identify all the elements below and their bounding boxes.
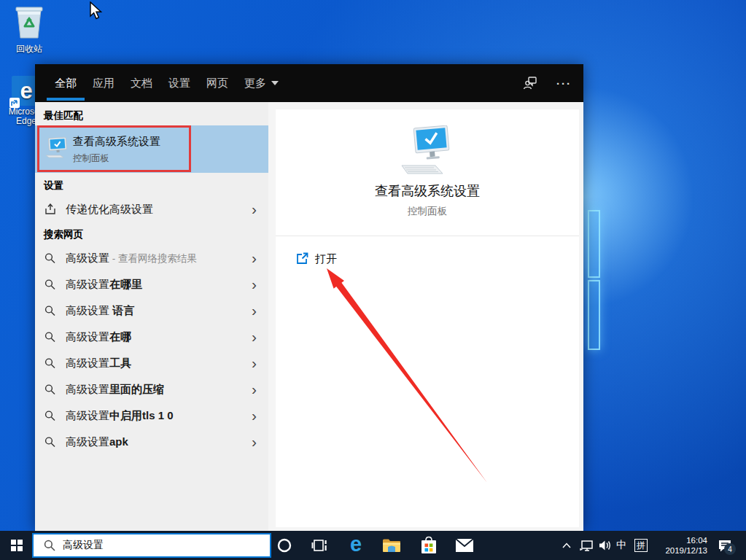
tab-web[interactable]: 网页 bbox=[206, 77, 228, 90]
computer-check-icon bbox=[396, 125, 459, 178]
search-icon bbox=[44, 411, 55, 421]
section-settings: 设置 bbox=[44, 179, 63, 192]
chevron-up-icon bbox=[562, 542, 571, 548]
open-external-icon bbox=[296, 252, 308, 265]
tab-apps[interactable]: 应用 bbox=[93, 77, 114, 90]
web-search-item[interactable]: 高级设置 - 查看网络搜索结果 › bbox=[35, 245, 268, 271]
wallpaper-light-pane bbox=[588, 280, 600, 350]
tab-more[interactable]: 更多 bbox=[244, 77, 279, 90]
settings-result[interactable]: 传递优化高级设置 › bbox=[35, 197, 268, 222]
speaker-icon bbox=[599, 540, 612, 551]
web-search-item[interactable]: 高级设置在哪里 › bbox=[35, 271, 268, 298]
notification-badge: 4 bbox=[724, 543, 736, 555]
folder-icon bbox=[382, 537, 401, 553]
search-icon bbox=[44, 279, 55, 290]
chevron-right-icon[interactable]: › bbox=[252, 201, 257, 217]
search-icon bbox=[44, 384, 55, 395]
wallpaper-light-pane bbox=[588, 210, 600, 278]
mouse-cursor bbox=[89, 1, 105, 20]
task-view-icon bbox=[311, 538, 327, 553]
chevron-right-icon[interactable]: › bbox=[252, 434, 257, 449]
dropdown-arrow-icon bbox=[271, 81, 279, 85]
open-action[interactable]: 打开 bbox=[276, 246, 579, 271]
ime-scheme-button[interactable]: 拼 bbox=[632, 531, 650, 560]
web-search-item[interactable]: 高级设置工具 › bbox=[35, 350, 268, 376]
network-icon bbox=[580, 539, 594, 552]
delivery-optimization-icon bbox=[44, 203, 56, 215]
edge-taskbar-button[interactable]: e bbox=[341, 531, 370, 560]
web-search-item[interactable]: 高级设置在哪 › bbox=[35, 324, 268, 350]
chevron-right-icon[interactable]: › bbox=[252, 355, 257, 370]
cortana-button[interactable] bbox=[270, 531, 299, 560]
search-icon bbox=[44, 358, 55, 369]
start-button[interactable] bbox=[0, 531, 34, 560]
windows-logo-icon bbox=[11, 540, 23, 551]
edge-icon: e bbox=[350, 534, 362, 555]
search-input[interactable] bbox=[63, 540, 245, 551]
search-icon bbox=[44, 437, 55, 448]
divider bbox=[276, 236, 579, 236]
web-search-item[interactable]: 高级设置 语言 › bbox=[35, 298, 268, 324]
chevron-right-icon[interactable]: › bbox=[252, 381, 257, 397]
chevron-right-icon[interactable]: › bbox=[252, 408, 257, 423]
cortana-icon bbox=[276, 537, 292, 553]
web-search-item[interactable]: 高级设置里面的压缩 › bbox=[35, 376, 268, 402]
shortcut-arrow-icon bbox=[9, 98, 20, 108]
preview-card: 查看高级系统设置 控制面板 打开 bbox=[276, 109, 579, 527]
ime-mode-button[interactable]: 中 bbox=[613, 531, 630, 560]
tab-settings[interactable]: 设置 bbox=[168, 77, 190, 90]
clock[interactable]: 16:04 2019/12/13 bbox=[655, 531, 707, 560]
search-icon bbox=[44, 332, 55, 343]
taskbar-search-box[interactable] bbox=[32, 533, 271, 558]
web-search-item[interactable]: 高级设置中启用tls 1 0 › bbox=[35, 402, 268, 429]
result-text: 传递优化高级设置 bbox=[66, 203, 153, 215]
preview-title: 查看高级系统设置 bbox=[276, 182, 579, 200]
preview-subtitle: 控制面板 bbox=[276, 205, 579, 218]
desktop-icon-label: 回收站 bbox=[6, 44, 53, 54]
taskbar: e bbox=[0, 531, 746, 560]
recycle-bin-icon bbox=[13, 4, 45, 41]
desktop-icon-recycle-bin[interactable]: 回收站 bbox=[6, 4, 53, 54]
tab-all[interactable]: 全部 bbox=[55, 77, 77, 90]
chevron-right-icon[interactable]: › bbox=[252, 276, 257, 292]
chevron-right-icon[interactable]: › bbox=[252, 303, 257, 318]
clock-date: 2019/12/13 bbox=[665, 545, 707, 556]
clock-time: 16:04 bbox=[686, 535, 707, 545]
microsoft-store-button[interactable] bbox=[414, 531, 443, 560]
web-search-item[interactable]: 高级设置apk › bbox=[35, 429, 268, 455]
network-tray-button[interactable] bbox=[577, 531, 597, 560]
search-icon bbox=[44, 306, 55, 316]
file-explorer-button[interactable] bbox=[377, 531, 406, 560]
chevron-right-icon[interactable]: › bbox=[252, 250, 257, 265]
open-label: 打开 bbox=[315, 252, 337, 266]
ime-mode-label: 中 bbox=[616, 539, 626, 552]
mail-icon bbox=[455, 538, 474, 553]
annotation-highlight-box bbox=[37, 125, 191, 172]
search-panel-header: 全部 应用 文档 设置 网页 更多 ··· bbox=[35, 64, 583, 102]
more-options-icon[interactable]: ··· bbox=[556, 77, 572, 90]
task-view-button[interactable] bbox=[305, 531, 334, 560]
mail-button[interactable] bbox=[450, 531, 479, 560]
section-best-match: 最佳匹配 bbox=[44, 109, 83, 122]
search-icon bbox=[44, 540, 55, 551]
store-icon bbox=[420, 536, 438, 555]
tab-documents[interactable]: 文档 bbox=[131, 77, 152, 90]
search-icon bbox=[44, 253, 55, 264]
chevron-right-icon[interactable]: › bbox=[252, 329, 257, 344]
preview-pane: 查看高级系统设置 控制面板 打开 bbox=[268, 102, 583, 531]
ime-scheme-label: 拼 bbox=[634, 539, 648, 552]
section-search-web: 搜索网页 bbox=[44, 228, 83, 241]
feedback-icon[interactable] bbox=[523, 76, 537, 90]
tray-expand-button[interactable] bbox=[557, 531, 576, 560]
